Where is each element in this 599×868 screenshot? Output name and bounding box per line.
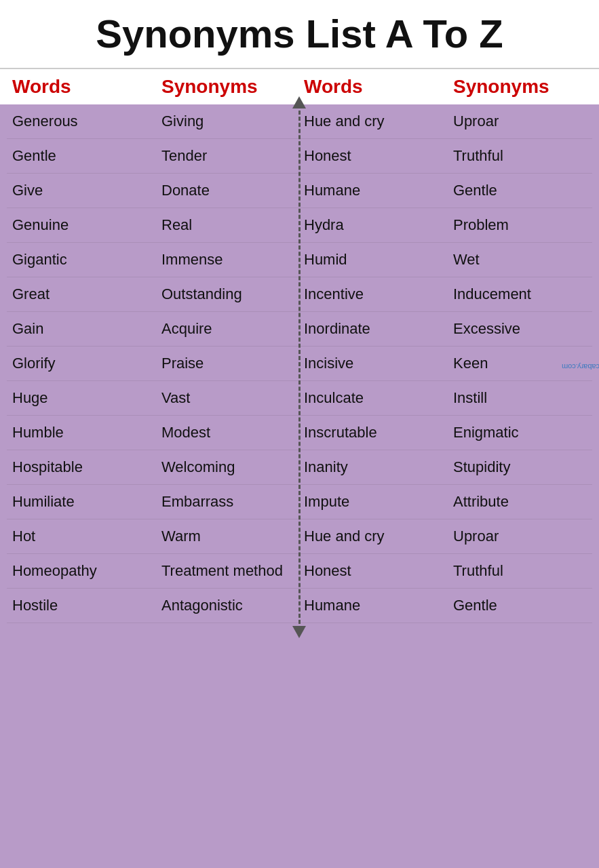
table-cell: Antagonistic [161,597,304,614]
header-synonyms-2: Synonyms [453,76,596,98]
table-cell: Attribute [453,493,596,511]
table-cell: Acquire [161,320,304,338]
arrow-down-icon [292,626,306,638]
table-cell: Humid [304,251,453,269]
table-cell: Give [12,182,161,199]
table-cell: Hostile [12,597,161,614]
table-cell: Giving [161,113,304,130]
table-cell: Inculcate [304,389,453,407]
table-cell: Stupidity [453,458,596,476]
table-cell: Vast [161,389,304,407]
table-cell: Inducement [453,285,596,303]
header-words-2: Words [304,76,453,98]
table-cell: Huge [12,389,161,407]
table-cell: Embarrass [161,493,304,511]
table-body: GenerousGivingHue and cryUproarGentleTen… [0,104,599,630]
table-cell: Treatment method [161,562,304,580]
table-cell: Hue and cry [304,113,453,130]
table-cell: Problem [453,216,596,234]
table-cell: Inordinate [304,320,453,338]
table-cell: Modest [161,424,304,441]
table-cell: Uproar [453,528,596,545]
table-cell: Genuine [12,216,161,234]
table-cell: Hue and cry [304,528,453,545]
table-cell: Tender [161,147,304,165]
arrow-up-icon [292,96,306,108]
table-cell: Gentle [12,147,161,165]
table-cell: Glorify [12,355,161,372]
table-cell: Warm [161,528,304,545]
table-cell: Wet [453,251,596,269]
table-cell: Incisive [304,355,453,372]
table-cell: Welcoming [161,458,304,476]
page-title: Synonyms List A To Z [7,12,592,56]
table-cell: Inscrutable [304,424,453,441]
table-cell: Excessive [453,320,596,338]
header-words-1: Words [12,76,161,98]
table-cell: Generous [12,113,161,130]
table-cell: Humane [304,182,453,199]
table-cell: Gigantic [12,251,161,269]
divider-line [298,104,301,630]
table-cell: Gentle [453,182,596,199]
table-cell: Outstanding [161,285,304,303]
table-cell: Great [12,285,161,303]
table-cell: Uproar [453,113,596,130]
table-cell: Humble [12,424,161,441]
table-cell: Immense [161,251,304,269]
table-cell: Inanity [304,458,453,476]
table-cell: Praise [161,355,304,372]
table-cell: Hospitable [12,458,161,476]
table-cell: Humiliate [12,493,161,511]
header-synonyms-1: Synonyms [161,76,304,98]
table-cell: Donate [161,182,304,199]
watermark: www.vocabary.com [562,363,599,371]
table-cell: Enigmatic [453,424,596,441]
table-cell: Incentive [304,285,453,303]
table-cell: Honest [304,147,453,165]
table-cell: Truthful [453,562,596,580]
table-cell: Gentle [453,597,596,614]
table-cell: Humane [304,597,453,614]
table-cell: Truthful [453,147,596,165]
table-cell: Hydra [304,216,453,234]
table-cell: Hot [12,528,161,545]
title-section: Synonyms List A To Z [0,0,599,68]
table-cell: Real [161,216,304,234]
table-cell: Impute [304,493,453,511]
table-cell: Instill [453,389,596,407]
table-cell: Honest [304,562,453,580]
table-cell: Gain [12,320,161,338]
table-cell: Homeopathy [12,562,161,580]
